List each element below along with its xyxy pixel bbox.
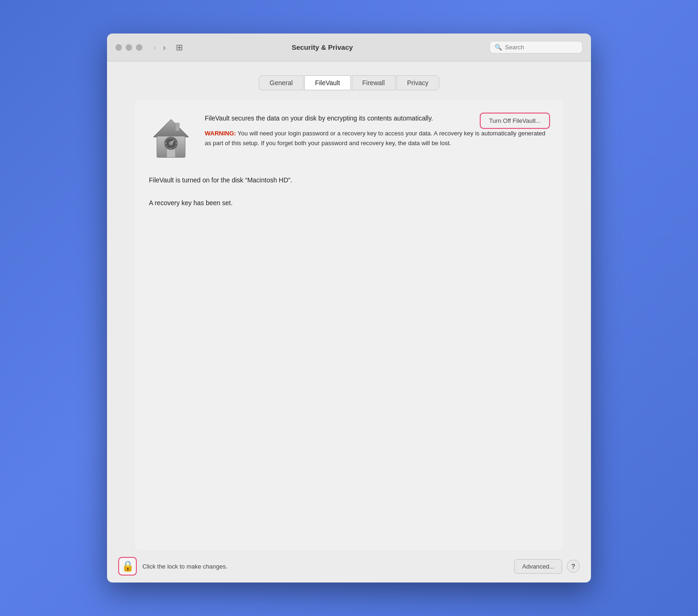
help-button[interactable]: ? xyxy=(567,560,580,573)
tab-firewall[interactable]: Firewall xyxy=(352,75,396,90)
maximize-button[interactable] xyxy=(136,44,142,51)
main-content: General FileVault Firewall Privacy Turn … xyxy=(107,61,591,550)
filevault-status-recovery: A recovery key has been set. xyxy=(149,198,549,208)
turn-off-filevault-button[interactable]: Turn Off FileVault... xyxy=(480,113,550,129)
tab-filevault[interactable]: FileVault xyxy=(304,75,350,90)
filevault-status-disk: FileVault is turned on for the disk “Mac… xyxy=(149,175,549,185)
search-input[interactable] xyxy=(505,44,575,51)
close-button[interactable] xyxy=(115,44,122,51)
search-icon: 🔍 xyxy=(495,44,502,51)
search-box[interactable]: 🔍 xyxy=(490,41,583,54)
titlebar: ‹ › ⊞ Security & Privacy 🔍 xyxy=(107,33,591,61)
warning-text: WARNING: You will need your login passwo… xyxy=(205,129,549,148)
panel: Turn Off FileVault... xyxy=(135,100,563,550)
svg-rect-1 xyxy=(175,123,180,131)
warning-label: WARNING: xyxy=(205,130,236,137)
lock-button[interactable]: 🔒 xyxy=(118,557,137,576)
filevault-icon xyxy=(149,116,195,162)
minimize-button[interactable] xyxy=(126,44,132,51)
bottom-bar: 🔒 Click the lock to make changes. Advanc… xyxy=(107,550,591,583)
lock-icon: 🔒 xyxy=(121,560,134,572)
svg-marker-0 xyxy=(154,120,189,137)
traffic-lights xyxy=(115,44,142,51)
tab-general[interactable]: General xyxy=(259,75,303,90)
back-button[interactable]: ‹ xyxy=(152,42,158,53)
tab-privacy[interactable]: Privacy xyxy=(396,75,439,90)
bottom-right: Advanced... ? xyxy=(514,559,580,574)
tabs: General FileVault Firewall Privacy xyxy=(135,75,563,90)
warning-body: You will need your login password or a r… xyxy=(205,130,545,147)
advanced-button[interactable]: Advanced... xyxy=(514,559,562,574)
lock-label: Click the lock to make changes. xyxy=(142,563,228,570)
main-window: ‹ › ⊞ Security & Privacy 🔍 General FileV… xyxy=(107,33,591,583)
window-title: Security & Privacy xyxy=(160,43,485,51)
